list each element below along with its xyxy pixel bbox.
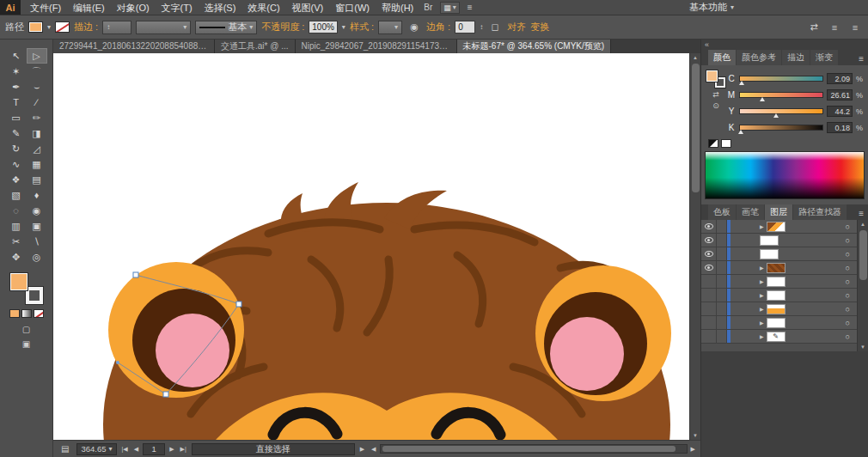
selection-tool[interactable]: ↖: [6, 48, 27, 64]
rotate-tool[interactable]: ↻: [6, 141, 27, 156]
style-label[interactable]: 样式 :: [350, 21, 374, 34]
scroll-up-icon[interactable]: ▲: [860, 220, 865, 228]
visibility-toggle[interactable]: [701, 247, 717, 260]
canvas[interactable]: ▲ ▼: [53, 53, 700, 440]
layer-row[interactable]: ▶○: [701, 275, 857, 289]
color-spectrum[interactable]: [705, 151, 865, 199]
lock-column[interactable]: [717, 316, 727, 329]
layers-scrollbar[interactable]: ▲ ▼: [857, 220, 868, 351]
layer-thumbnail[interactable]: [760, 235, 779, 246]
target-circle-icon[interactable]: ○: [846, 277, 850, 286]
next-artboard-button[interactable]: ▶: [168, 446, 175, 453]
menu-item[interactable]: 对象(O): [111, 0, 156, 15]
target-circle-icon[interactable]: ○: [846, 264, 850, 272]
menu-item[interactable]: 编辑(E): [67, 0, 111, 15]
slice-tool[interactable]: ✂: [6, 234, 27, 249]
options-menu-icon[interactable]: ≡: [827, 21, 842, 34]
slider-thumb[interactable]: [739, 81, 744, 85]
lock-column[interactable]: [717, 247, 727, 260]
layer-row[interactable]: ▶○: [701, 302, 857, 316]
fill-stroke-indicator[interactable]: [10, 273, 43, 304]
black-white-swatch[interactable]: [708, 139, 718, 148]
lion-left-ear[interactable]: [108, 262, 244, 398]
layer-thumbnail[interactable]: [767, 332, 785, 342]
visibility-toggle[interactable]: [701, 234, 717, 247]
layer-row[interactable]: ▶○: [701, 330, 857, 344]
slider-track-M[interactable]: [739, 92, 823, 98]
rectangle-tool[interactable]: ▭: [6, 110, 27, 125]
direct-selection-tool[interactable]: ▷: [27, 48, 47, 64]
horizontal-scroll-track[interactable]: [380, 444, 688, 454]
expand-arrow-icon[interactable]: ▶: [760, 278, 764, 284]
target-circle-icon[interactable]: ○: [846, 250, 850, 259]
artboard-number-field[interactable]: 1: [143, 443, 165, 455]
visibility-toggle[interactable]: [701, 302, 717, 315]
zoom-tool[interactable]: ◎: [27, 249, 47, 265]
gradient-button[interactable]: [21, 309, 32, 318]
opacity-label[interactable]: 不透明度 :: [261, 21, 304, 34]
hand-tool[interactable]: ✥: [6, 249, 27, 265]
horizontal-scrollbar[interactable]: ◀ ▶: [370, 444, 697, 454]
slider-value-C[interactable]: 2.09: [827, 73, 853, 84]
expand-arrow-icon[interactable]: ▶: [760, 292, 764, 298]
lion-right-ear[interactable]: [535, 265, 671, 401]
scroll-right-button[interactable]: ▶: [689, 446, 697, 453]
vertical-scrollbar[interactable]: ▲ ▼: [689, 53, 700, 440]
lock-column[interactable]: [717, 234, 727, 247]
scroll-up-icon[interactable]: ▲: [693, 53, 698, 62]
menu-item[interactable]: 文字(T): [156, 0, 199, 15]
lasso-tool[interactable]: ⌒: [27, 64, 47, 79]
visibility-toggle[interactable]: [701, 330, 717, 343]
visibility-toggle[interactable]: [701, 289, 717, 302]
last-artboard-button[interactable]: ▶|: [179, 446, 188, 453]
layer-thumbnail[interactable]: [767, 263, 785, 273]
type-tool[interactable]: T: [6, 94, 27, 110]
brush-definition-dropdown[interactable]: ▾: [136, 21, 191, 34]
layer-thumbnail[interactable]: [767, 290, 785, 301]
color-button[interactable]: [9, 309, 20, 318]
lion-illustration[interactable]: [103, 182, 671, 440]
slider-value-M[interactable]: 26.61: [827, 89, 853, 101]
visibility-toggle[interactable]: [701, 316, 717, 329]
menu-item[interactable]: 视图(V): [286, 0, 330, 15]
target-circle-icon[interactable]: ○: [846, 319, 850, 327]
visibility-toggle[interactable]: [701, 220, 717, 233]
caret-down-icon[interactable]: ▾: [342, 23, 345, 31]
menu-item[interactable]: 选择(S): [199, 0, 242, 15]
arrange-documents-dropdown[interactable]: ▦ ▾: [440, 2, 460, 14]
panel-tab[interactable]: 颜色: [708, 50, 736, 65]
scroll-down-icon[interactable]: ▼: [860, 343, 865, 351]
menu-item[interactable]: 文件(F): [24, 0, 67, 15]
lock-column[interactable]: [717, 289, 727, 302]
anchor-point[interactable]: [133, 272, 138, 277]
magic-wand-tool[interactable]: ✶: [6, 64, 27, 79]
caret-down-icon[interactable]: ▾: [47, 23, 51, 31]
zoom-level-field[interactable]: 364.65 ▾: [76, 443, 116, 455]
visibility-toggle[interactable]: [701, 261, 717, 274]
layer-thumbnail[interactable]: [767, 222, 785, 232]
align-link[interactable]: 对齐: [507, 21, 526, 34]
layer-row[interactable]: ▶○: [701, 261, 857, 275]
stroke-color-swatch[interactable]: [55, 21, 70, 33]
isolate-icon[interactable]: ⇄: [806, 21, 822, 34]
spinner-icon[interactable]: ↕: [480, 23, 483, 31]
screen-mode-button[interactable]: ▣: [18, 338, 35, 350]
menu-item[interactable]: 帮助(H): [376, 0, 419, 15]
slider-track-C[interactable]: [739, 76, 823, 82]
spinner-icon[interactable]: ↕: [107, 23, 110, 31]
status-options-button[interactable]: ▶: [358, 446, 366, 453]
horizontal-scroll-thumb[interactable]: [382, 446, 676, 452]
slider-track-K[interactable]: [739, 125, 823, 131]
fill-swatch[interactable]: [10, 273, 28, 290]
slider-thumb[interactable]: [760, 97, 765, 101]
visibility-toggle[interactable]: [701, 275, 717, 288]
lock-column[interactable]: [717, 275, 727, 288]
panel-tab[interactable]: 色板: [708, 204, 736, 220]
fill-stroke-indicator-small[interactable]: [706, 70, 725, 88]
expand-arrow-icon[interactable]: ▶: [760, 333, 764, 339]
column-graph-tool[interactable]: ▥: [6, 218, 27, 234]
target-circle-icon[interactable]: ○: [846, 332, 850, 341]
transform-link[interactable]: 变换: [530, 21, 549, 34]
pen-tool[interactable]: ✒: [6, 79, 27, 94]
blend-tool[interactable]: ◌: [6, 203, 27, 218]
